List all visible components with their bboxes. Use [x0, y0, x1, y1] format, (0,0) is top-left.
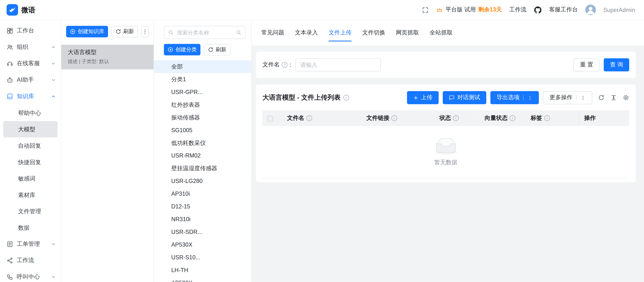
list-title: 大语言模型 - 文件上传列表	[262, 93, 349, 102]
create-category-label: 创建分类	[176, 46, 197, 53]
category-item[interactable]: LH-TH	[154, 264, 251, 277]
plan-badge[interactable]: 平台版 试用 剩余13天	[436, 6, 502, 13]
create-category-button[interactable]: 创建分类	[164, 44, 200, 55]
category-item[interactable]: NR310i	[154, 213, 251, 226]
sidebar-item-call-center[interactable]: 呼叫中心	[0, 269, 61, 282]
settings-gear-icon[interactable]	[623, 94, 629, 101]
column-tags: 标签	[526, 110, 579, 126]
sidebar-subitem-llm[interactable]: 大模型	[3, 121, 58, 137]
category-panel: 创建分类 刷新 全部 分类1 USR-GPR... 红外抄表器 振动传感器 SG…	[154, 20, 252, 282]
category-item[interactable]: AP310i	[154, 187, 251, 200]
filter-colon: :	[290, 62, 291, 68]
info-icon[interactable]	[306, 115, 312, 121]
sidebar-subitem-file-management[interactable]: 文件管理	[3, 203, 58, 220]
sidebar-subitem-quick-reply[interactable]: 快捷回复	[3, 154, 58, 170]
more-actions-label: 更多操作	[550, 94, 572, 101]
info-icon[interactable]	[453, 115, 459, 121]
sidebar-item-label: 工单管理	[17, 241, 40, 248]
robot-icon	[6, 77, 13, 83]
search-submit-icon[interactable]	[236, 29, 242, 35]
sidebar-item-ticket-management[interactable]: 工单管理	[0, 236, 61, 253]
sidebar-item-organization[interactable]: 组织	[0, 39, 61, 55]
column-label: 文件名	[287, 114, 304, 122]
refresh-category-button[interactable]: 刷新	[204, 44, 230, 55]
more-actions-button[interactable]: 更多操作	[543, 91, 592, 104]
sidebar-subitem-material-library[interactable]: 素材库	[3, 187, 58, 203]
app-logo-icon	[6, 4, 18, 15]
category-item[interactable]: AP520X	[154, 277, 251, 282]
category-item[interactable]: 红外抄表器	[154, 98, 251, 111]
reset-button[interactable]: 重 置	[574, 58, 600, 71]
select-all-checkbox[interactable]	[268, 116, 273, 122]
ticket-icon	[6, 241, 13, 247]
info-icon[interactable]	[391, 115, 397, 121]
export-options-button[interactable]: 导出选项	[490, 91, 539, 104]
sidebar-subitem-help-center[interactable]: 帮助中心	[3, 105, 58, 121]
plan-label: 平台版 试用	[445, 6, 476, 13]
category-item[interactable]: USR-LG280	[154, 175, 251, 187]
info-icon[interactable]	[510, 115, 516, 121]
select-all-header	[262, 110, 282, 126]
more-vertical-icon	[142, 29, 148, 34]
query-button[interactable]: 查 询	[604, 58, 629, 71]
category-search-box	[164, 26, 246, 39]
sidebar-subitem-sensitive-words[interactable]: 敏感词	[3, 170, 58, 187]
tab-text-entry[interactable]: 文本录入	[290, 20, 323, 45]
workspace-link[interactable]: 客服工作台	[549, 6, 578, 13]
github-icon[interactable]	[534, 6, 542, 14]
category-item[interactable]: 壁挂温湿度传感器	[154, 162, 251, 175]
category-item[interactable]: D12-15	[154, 200, 251, 213]
row-height-icon[interactable]	[610, 94, 617, 101]
filter-actions: 重 置 查 询	[574, 58, 630, 71]
sidebar-item-workflow[interactable]: 工作流	[0, 253, 61, 269]
upload-button[interactable]: 上传	[407, 91, 439, 104]
refresh-icon[interactable]	[598, 94, 605, 101]
category-list: 全部 分类1 USR-GPR... 红外抄表器 振动传感器 SG1005 低功耗…	[154, 59, 251, 282]
sidebar-item-label: AI助手	[17, 76, 34, 84]
sidebar-subitem-auto-reply[interactable]: 自动回复	[3, 137, 58, 154]
create-kb-button[interactable]: 创建知识库	[66, 26, 108, 37]
brand[interactable]: 微语	[6, 4, 35, 15]
sidebar-item-knowledge-base[interactable]: 知识库	[0, 88, 61, 105]
category-search-row	[154, 20, 251, 39]
category-item[interactable]: 全部	[154, 60, 251, 73]
chevron-down-icon	[51, 242, 56, 247]
kb-item-subtitle: 描述 | 子类型: 默认	[68, 58, 147, 65]
help-icon[interactable]	[282, 62, 288, 68]
category-item[interactable]: USR-S10...	[154, 251, 251, 264]
plus-icon	[413, 95, 418, 100]
category-item[interactable]: USR-RM02	[154, 149, 251, 162]
category-item[interactable]: SG1005	[154, 124, 251, 137]
sidebar-item-workbench[interactable]: 工作台	[0, 23, 61, 39]
tab-file-switch[interactable]: 文件切换	[357, 20, 390, 45]
category-item[interactable]: USR-SDR...	[154, 226, 251, 238]
category-item[interactable]: 分类1	[154, 73, 251, 86]
filename-filter-input[interactable]	[295, 58, 381, 71]
kb-more-button[interactable]	[141, 26, 149, 37]
workflow-link[interactable]: 工作流	[509, 6, 526, 13]
filter-bar: 文件名 : 重 置 查 询	[256, 52, 636, 78]
sidebar-subitem-data[interactable]: 数据	[3, 220, 58, 236]
sidebar-item-ai-assistant[interactable]: AI助手	[0, 72, 61, 88]
info-icon[interactable]	[544, 115, 550, 121]
kb-list-item-selected[interactable]: 大语言模型 描述 | 子类型: 默认	[61, 45, 154, 69]
category-item[interactable]: USR-GPR...	[154, 86, 251, 98]
column-label: 状态	[440, 114, 451, 122]
category-item[interactable]: 振动传感器	[154, 111, 251, 124]
tab-faq[interactable]: 常见问题	[256, 20, 290, 45]
fullscreen-icon[interactable]	[422, 6, 429, 13]
avatar[interactable]	[585, 4, 596, 15]
tab-web-crawl[interactable]: 网页抓取	[390, 20, 424, 45]
upload-label: 上传	[421, 94, 432, 101]
category-item[interactable]: AP530X	[154, 238, 251, 251]
refresh-kb-button[interactable]: 刷新	[111, 26, 138, 37]
category-item[interactable]: 低功耗数采仪	[154, 137, 251, 149]
sidebar-item-online-service[interactable]: 在线客服	[0, 55, 61, 72]
category-search-input[interactable]	[176, 29, 233, 36]
chat-test-button[interactable]: 对话测试	[443, 91, 486, 104]
empty-text: 暂无数据	[434, 159, 457, 166]
list-actions: 上传 对话测试 导出选项 更多操作	[407, 91, 629, 104]
info-icon[interactable]	[343, 95, 349, 101]
tab-site-crawl[interactable]: 全站抓取	[424, 20, 458, 45]
tab-file-upload[interactable]: 文件上传	[323, 20, 357, 45]
